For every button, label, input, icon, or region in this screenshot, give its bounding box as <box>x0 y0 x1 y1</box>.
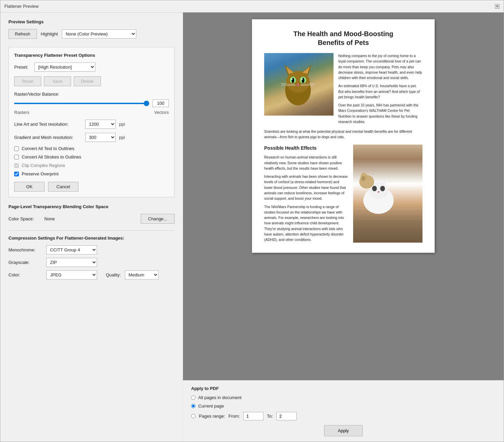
svg-point-22 <box>380 186 385 191</box>
apply-pdf-title: Apply to PDF <box>191 386 496 391</box>
doc-bottom-section: Possible Health Effects Research on huma… <box>264 145 422 243</box>
quality-label: Quality: <box>106 272 121 277</box>
cat-svg <box>278 60 318 107</box>
all-pages-row: All pages in document <box>191 395 496 400</box>
svg-point-23 <box>377 191 380 193</box>
grayscale-label: Grayscale: <box>8 260 42 265</box>
line-art-label: Line Art and Text resolution: <box>14 122 82 127</box>
delete-button[interactable]: Delete <box>74 76 101 86</box>
monochrome-label: Monochrome: <box>8 247 42 252</box>
pages-range-radio[interactable] <box>191 414 196 418</box>
current-page-row: Current page <box>191 403 496 409</box>
doc-caption: Scientists are looking at what the poten… <box>264 129 422 140</box>
grayscale-select[interactable]: ZIP JPEG None <box>46 258 97 267</box>
doc-title: The Health and Mood-BoostingBenefits of … <box>264 29 422 47</box>
pages-range-row: Pages range: From: To: <box>191 412 496 420</box>
doc-top-section: Nothing compares to the joy of coming ho… <box>264 53 422 124</box>
pages-range-label: Pages range: <box>199 414 225 419</box>
from-label: From: <box>228 414 240 419</box>
reset-button[interactable]: Reset <box>14 76 41 86</box>
convert-text-checkbox[interactable] <box>14 146 19 151</box>
color-space-label: Color Space: <box>8 216 39 221</box>
flattener-title: Transparency Flattener Preset Options <box>14 53 169 58</box>
convert-text-row: Convert All Text to Outlines <box>14 146 169 151</box>
raster-vector-slider[interactable] <box>14 103 149 104</box>
color-space-value: None <box>44 216 55 221</box>
section2-title: Possible Health Effects <box>264 145 348 152</box>
preset-select[interactable]: [High Resolution] [Medium Resolution] [L… <box>35 63 95 72</box>
doc-top-text: Nothing compares to the joy of coming ho… <box>338 53 422 124</box>
all-pages-radio[interactable] <box>191 395 196 400</box>
color-label: Color: <box>8 272 42 277</box>
doc-preview-area: The Health and Mood-BoostingBenefits of … <box>183 13 504 380</box>
window-title: Flattener Preview <box>4 4 39 9</box>
highlight-select[interactable]: None (Color Preview) All Rasterized Regi… <box>62 29 136 39</box>
svg-point-26 <box>361 176 365 181</box>
flattener-section: Transparency Flattener Preset Options Pr… <box>8 47 175 197</box>
clip-complex-checkbox <box>14 163 19 168</box>
ok-button[interactable]: OK <box>14 182 45 192</box>
svg-point-11 <box>301 78 303 80</box>
convert-strokes-checkbox[interactable] <box>14 155 19 159</box>
close-button[interactable]: ✕ <box>495 4 500 9</box>
preview-settings-section: Preview Settings Refresh Highlight None … <box>8 19 175 39</box>
apply-button[interactable]: Apply <box>324 425 363 436</box>
convert-strokes-row: Convert All Strokes to Outlines <box>14 154 169 159</box>
svg-point-12 <box>297 83 299 85</box>
dog-cat-svg <box>357 148 397 216</box>
preview-settings-title: Preview Settings <box>8 19 175 24</box>
gradient-select[interactable]: 300 150 72 <box>85 133 116 142</box>
page-level-section: Page-Level Transparency Blending Color S… <box>8 204 175 224</box>
compression-section: Compression Settings For Flattener-Gener… <box>8 236 175 279</box>
to-label: To: <box>267 414 273 419</box>
cat-image <box>264 53 334 116</box>
gradient-unit: ppi <box>119 135 125 140</box>
flattener-preview-window: Flattener Preview ✕ Preview Settings Ref… <box>0 0 504 442</box>
color-select[interactable]: JPEG ZIP None <box>46 270 97 279</box>
rasters-label: Rasters <box>14 110 29 115</box>
line-art-unit: ppi <box>119 122 125 127</box>
change-button[interactable]: Change... <box>141 214 175 224</box>
vectors-label: Vectors <box>154 110 169 115</box>
convert-text-label: Convert All Text to Outlines <box>22 146 74 151</box>
save-button[interactable]: Save <box>44 76 71 86</box>
svg-point-21 <box>372 186 377 191</box>
document-page: The Health and Mood-BoostingBenefits of … <box>252 19 435 253</box>
quality-select[interactable]: Low Medium High Maximum <box>125 270 159 279</box>
cancel-button[interactable]: Cancel <box>48 182 78 192</box>
preset-label: Preset: <box>14 65 31 70</box>
line-art-select[interactable]: 1200 600 300 150 <box>85 120 116 129</box>
monochrome-select[interactable]: CCITT Group 4 CCITT Group 3 ZIP LZW None <box>46 245 97 254</box>
svg-point-10 <box>291 78 293 80</box>
from-input[interactable] <box>243 412 264 420</box>
dog-cat-image <box>353 145 422 243</box>
right-panel: The Health and Mood-BoostingBenefits of … <box>183 13 504 442</box>
doc-bottom-text: Possible Health Effects Research on huma… <box>264 145 348 243</box>
slider-value: 100 <box>153 99 169 107</box>
preserve-overprint-checkbox[interactable] <box>14 172 19 176</box>
preserve-overprint-label: Preserve Overprint <box>22 171 59 176</box>
current-page-radio[interactable] <box>191 404 196 408</box>
refresh-button[interactable]: Refresh <box>8 29 37 39</box>
apply-to-pdf-section: Apply to PDF All pages in document Curre… <box>183 380 504 442</box>
all-pages-label: All pages in document <box>198 395 242 400</box>
raster-vector-label: Raster/Vector Balance: <box>14 92 169 97</box>
page-level-title: Page-Level Transparency Blending Color S… <box>8 204 175 209</box>
svg-marker-20 <box>381 178 388 185</box>
clip-complex-row: Clip Complex Regions <box>14 163 169 168</box>
titlebar: Flattener Preview ✕ <box>0 0 504 13</box>
compression-title: Compression Settings For Flattener-Gener… <box>8 236 175 241</box>
clip-complex-label: Clip Complex Regions <box>22 163 65 168</box>
current-page-label: Current page <box>198 403 224 409</box>
preserve-overprint-row: Preserve Overprint <box>14 171 169 176</box>
highlight-label: Highlight <box>41 31 58 36</box>
left-panel: Preview Settings Refresh Highlight None … <box>0 13 183 442</box>
convert-strokes-label: Convert All Strokes to Outlines <box>22 154 81 159</box>
gradient-label: Gradient and Mesh resolution: <box>14 135 82 140</box>
to-input[interactable] <box>276 412 297 420</box>
